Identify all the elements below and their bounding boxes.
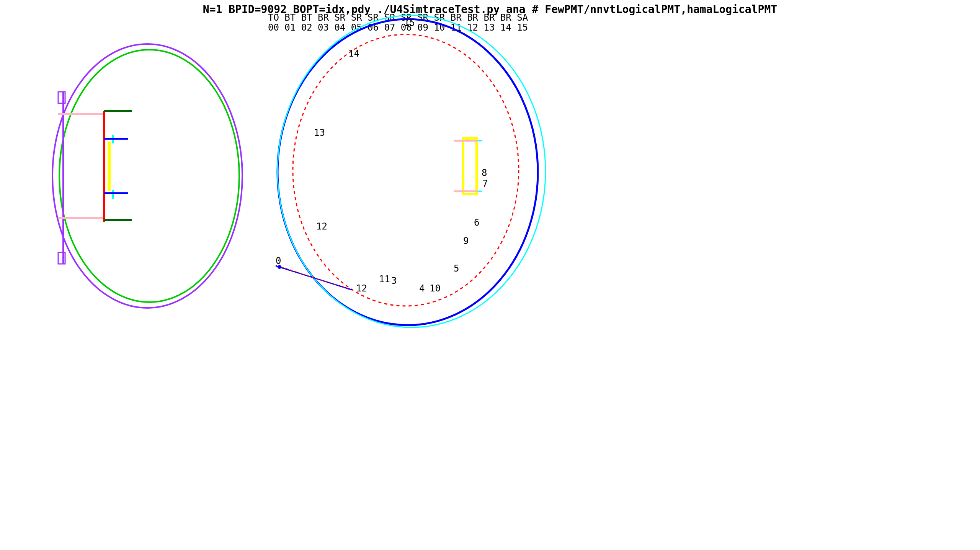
- diagram-svg: 15 14 13 12 12 11 3 4 10 5 9 6 7 8 0: [0, 0, 980, 550]
- label-12-left: 12: [316, 221, 327, 232]
- svg-point-0: [59, 50, 239, 302]
- label-11: 11: [379, 274, 390, 285]
- label-10: 10: [430, 283, 441, 294]
- svg-point-25: [278, 265, 281, 269]
- label-13: 13: [314, 127, 325, 138]
- svg-rect-3: [58, 92, 65, 103]
- label-14: 14: [348, 48, 359, 59]
- label-9: 9: [463, 236, 469, 246]
- label-5: 5: [454, 263, 459, 274]
- svg-point-1: [52, 44, 242, 308]
- label-6: 6: [474, 217, 479, 228]
- label-4: 4: [419, 283, 425, 294]
- svg-rect-20: [463, 138, 477, 194]
- label-0: 0: [276, 255, 281, 266]
- main-container: N=1 BPID=9092 BOPT=idx,pdy ./U4SimtraceT…: [0, 0, 980, 550]
- label-8: 8: [482, 168, 487, 178]
- label-3: 3: [391, 275, 397, 286]
- label-7: 7: [482, 178, 488, 189]
- label-15: 15: [404, 18, 415, 28]
- label-12-bottom: 12: [356, 283, 367, 294]
- svg-rect-4: [58, 252, 65, 264]
